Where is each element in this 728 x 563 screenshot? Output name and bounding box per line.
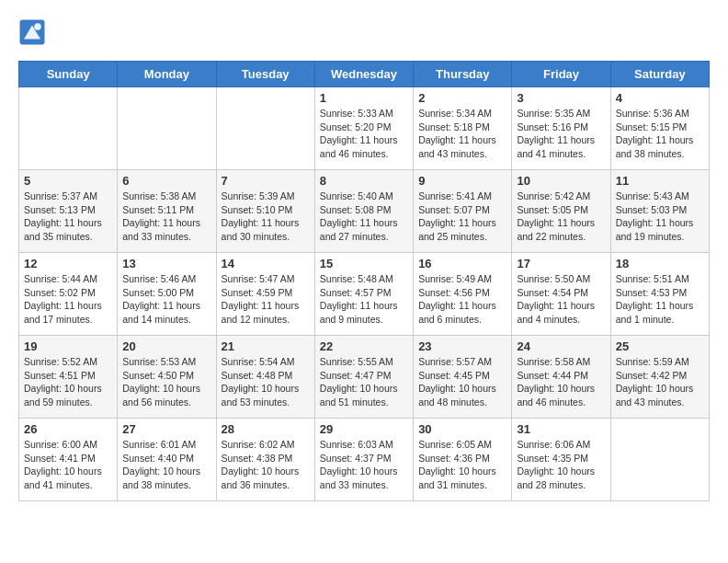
calendar-cell: 10Sunrise: 5:42 AM Sunset: 5:05 PM Dayli…: [512, 170, 610, 253]
day-number: 14: [222, 257, 310, 270]
day-number: 1: [320, 91, 408, 105]
day-header-sunday: Sunday: [19, 62, 118, 87]
day-number: 31: [517, 422, 605, 436]
calendar-cell: 28Sunrise: 6:02 AM Sunset: 4:38 PM Dayli…: [216, 419, 314, 501]
day-info: Sunrise: 5:38 AM Sunset: 5:11 PM Dayligh…: [122, 190, 210, 244]
week-row-5: 26Sunrise: 6:00 AM Sunset: 4:41 PM Dayli…: [19, 419, 710, 501]
day-header-wednesday: Wednesday: [314, 62, 413, 87]
calendar-cell: 22Sunrise: 5:55 AM Sunset: 4:47 PM Dayli…: [314, 336, 413, 419]
calendar-cell: 7Sunrise: 5:39 AM Sunset: 5:10 PM Daylig…: [216, 170, 314, 253]
calendar-cell: 30Sunrise: 6:05 AM Sunset: 4:36 PM Dayli…: [414, 419, 512, 501]
calendar-cell: 20Sunrise: 5:53 AM Sunset: 4:50 PM Dayli…: [118, 336, 216, 419]
page-header: [18, 18, 710, 46]
calendar-cell: 3Sunrise: 5:35 AM Sunset: 5:16 PM Daylig…: [512, 87, 610, 170]
calendar-cell: 31Sunrise: 6:06 AM Sunset: 4:35 PM Dayli…: [512, 419, 610, 501]
day-header-saturday: Saturday: [610, 62, 709, 87]
day-number: 11: [616, 174, 704, 188]
day-number: 29: [320, 422, 408, 436]
calendar-cell: 17Sunrise: 5:50 AM Sunset: 4:54 PM Dayli…: [512, 253, 610, 336]
calendar-cell: 1Sunrise: 5:33 AM Sunset: 5:20 PM Daylig…: [314, 87, 413, 170]
logo: [18, 18, 50, 46]
calendar-cell: 23Sunrise: 5:57 AM Sunset: 4:45 PM Dayli…: [414, 336, 512, 419]
day-info: Sunrise: 5:36 AM Sunset: 5:15 PM Dayligh…: [616, 107, 704, 161]
day-header-monday: Monday: [118, 62, 216, 87]
calendar-cell: [118, 87, 216, 170]
calendar-cell: 24Sunrise: 5:58 AM Sunset: 4:44 PM Dayli…: [512, 336, 610, 419]
day-info: Sunrise: 5:43 AM Sunset: 5:03 PM Dayligh…: [616, 190, 704, 244]
week-row-3: 12Sunrise: 5:44 AM Sunset: 5:02 PM Dayli…: [19, 253, 710, 336]
day-info: Sunrise: 5:42 AM Sunset: 5:05 PM Dayligh…: [517, 190, 605, 244]
calendar-cell: [610, 419, 709, 501]
day-info: Sunrise: 5:40 AM Sunset: 5:08 PM Dayligh…: [320, 190, 408, 244]
day-number: 25: [616, 339, 704, 353]
week-row-1: 1Sunrise: 5:33 AM Sunset: 5:20 PM Daylig…: [19, 87, 710, 170]
day-number: 10: [517, 174, 605, 188]
calendar-cell: [19, 87, 118, 170]
calendar-cell: 27Sunrise: 6:01 AM Sunset: 4:40 PM Dayli…: [118, 419, 216, 501]
day-number: 4: [616, 91, 704, 105]
day-number: 2: [418, 91, 506, 105]
day-info: Sunrise: 6:05 AM Sunset: 4:36 PM Dayligh…: [418, 438, 506, 492]
day-info: Sunrise: 6:02 AM Sunset: 4:38 PM Dayligh…: [222, 438, 310, 492]
day-number: 30: [418, 422, 506, 436]
calendar-cell: 8Sunrise: 5:40 AM Sunset: 5:08 PM Daylig…: [314, 170, 413, 253]
calendar-cell: 18Sunrise: 5:51 AM Sunset: 4:53 PM Dayli…: [610, 253, 709, 336]
day-number: 18: [616, 257, 704, 270]
calendar-cell: 14Sunrise: 5:47 AM Sunset: 4:59 PM Dayli…: [216, 253, 314, 336]
day-info: Sunrise: 5:50 AM Sunset: 4:54 PM Dayligh…: [517, 272, 605, 327]
day-header-friday: Friday: [512, 62, 610, 87]
day-number: 24: [517, 339, 605, 353]
day-number: 20: [122, 339, 210, 353]
calendar-cell: 13Sunrise: 5:46 AM Sunset: 5:00 PM Dayli…: [118, 253, 216, 336]
calendar-cell: 26Sunrise: 6:00 AM Sunset: 4:41 PM Dayli…: [19, 419, 118, 501]
logo-icon: [18, 18, 46, 46]
day-header-thursday: Thursday: [414, 62, 512, 87]
day-info: Sunrise: 5:49 AM Sunset: 4:56 PM Dayligh…: [418, 272, 506, 327]
calendar-header: SundayMondayTuesdayWednesdayThursdayFrid…: [19, 62, 710, 87]
day-info: Sunrise: 5:52 AM Sunset: 4:51 PM Dayligh…: [24, 355, 112, 409]
day-info: Sunrise: 5:47 AM Sunset: 4:59 PM Dayligh…: [222, 272, 310, 327]
day-number: 28: [222, 422, 310, 436]
day-info: Sunrise: 5:55 AM Sunset: 4:47 PM Dayligh…: [320, 355, 408, 409]
day-number: 13: [122, 257, 210, 270]
calendar-table: SundayMondayTuesdayWednesdayThursdayFrid…: [18, 61, 710, 501]
day-info: Sunrise: 5:33 AM Sunset: 5:20 PM Dayligh…: [320, 107, 408, 161]
day-info: Sunrise: 5:51 AM Sunset: 4:53 PM Dayligh…: [616, 272, 704, 327]
day-info: Sunrise: 5:46 AM Sunset: 5:00 PM Dayligh…: [122, 272, 210, 327]
day-number: 8: [320, 174, 408, 188]
day-number: 16: [418, 257, 506, 270]
day-info: Sunrise: 5:57 AM Sunset: 4:45 PM Dayligh…: [418, 355, 506, 409]
day-info: Sunrise: 5:44 AM Sunset: 5:02 PM Dayligh…: [24, 272, 112, 327]
calendar-cell: 15Sunrise: 5:48 AM Sunset: 4:57 PM Dayli…: [314, 253, 413, 336]
day-number: 21: [222, 339, 310, 353]
day-info: Sunrise: 5:37 AM Sunset: 5:13 PM Dayligh…: [24, 190, 112, 244]
calendar-cell: [216, 87, 314, 170]
day-number: 22: [320, 339, 408, 353]
day-number: 27: [122, 422, 210, 436]
day-number: 15: [320, 257, 408, 270]
day-number: 12: [24, 257, 112, 270]
calendar-cell: 29Sunrise: 6:03 AM Sunset: 4:37 PM Dayli…: [314, 419, 413, 501]
day-info: Sunrise: 5:48 AM Sunset: 4:57 PM Dayligh…: [320, 272, 408, 327]
day-number: 5: [24, 174, 112, 188]
calendar-cell: 4Sunrise: 5:36 AM Sunset: 5:15 PM Daylig…: [610, 87, 709, 170]
day-info: Sunrise: 6:00 AM Sunset: 4:41 PM Dayligh…: [24, 438, 112, 492]
day-header-tuesday: Tuesday: [216, 62, 314, 87]
day-info: Sunrise: 6:06 AM Sunset: 4:35 PM Dayligh…: [517, 438, 605, 492]
calendar-cell: 12Sunrise: 5:44 AM Sunset: 5:02 PM Dayli…: [19, 253, 118, 336]
day-info: Sunrise: 5:39 AM Sunset: 5:10 PM Dayligh…: [222, 190, 310, 244]
day-number: 7: [222, 174, 310, 188]
day-info: Sunrise: 5:58 AM Sunset: 4:44 PM Dayligh…: [517, 355, 605, 409]
calendar-cell: 9Sunrise: 5:41 AM Sunset: 5:07 PM Daylig…: [414, 170, 512, 253]
day-number: 9: [418, 174, 506, 188]
week-row-2: 5Sunrise: 5:37 AM Sunset: 5:13 PM Daylig…: [19, 170, 710, 253]
calendar-cell: 19Sunrise: 5:52 AM Sunset: 4:51 PM Dayli…: [19, 336, 118, 419]
calendar-cell: 2Sunrise: 5:34 AM Sunset: 5:18 PM Daylig…: [414, 87, 512, 170]
calendar-cell: 16Sunrise: 5:49 AM Sunset: 4:56 PM Dayli…: [414, 253, 512, 336]
calendar-cell: 21Sunrise: 5:54 AM Sunset: 4:48 PM Dayli…: [216, 336, 314, 419]
svg-point-2: [34, 23, 41, 30]
day-info: Sunrise: 5:59 AM Sunset: 4:42 PM Dayligh…: [616, 355, 704, 409]
day-number: 3: [517, 91, 605, 105]
calendar-cell: 5Sunrise: 5:37 AM Sunset: 5:13 PM Daylig…: [19, 170, 118, 253]
day-info: Sunrise: 5:54 AM Sunset: 4:48 PM Dayligh…: [222, 355, 310, 409]
